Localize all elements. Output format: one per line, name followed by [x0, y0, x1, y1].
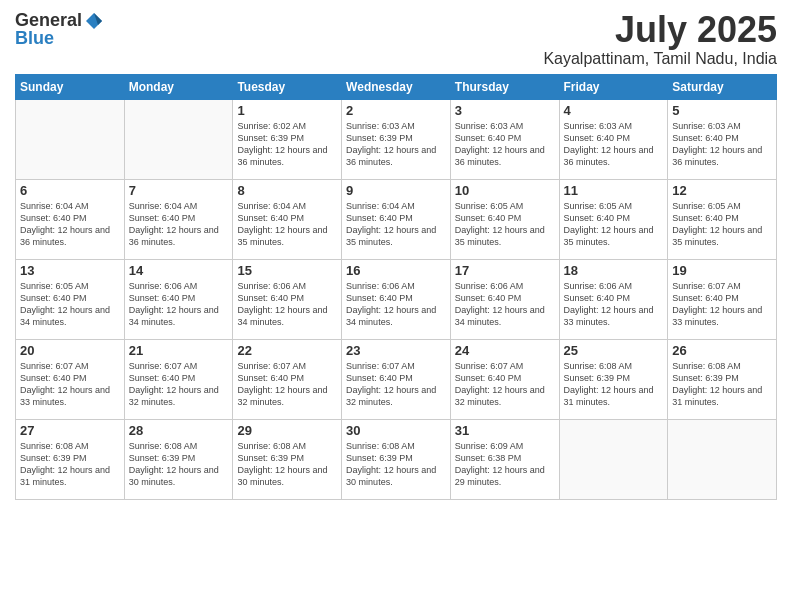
col-header-thursday: Thursday [450, 74, 559, 99]
calendar-cell: 2Sunrise: 6:03 AM Sunset: 6:39 PM Daylig… [342, 99, 451, 179]
day-info: Sunrise: 6:02 AM Sunset: 6:39 PM Dayligh… [237, 120, 337, 169]
calendar-cell: 1Sunrise: 6:02 AM Sunset: 6:39 PM Daylig… [233, 99, 342, 179]
day-number: 15 [237, 263, 337, 278]
calendar-cell: 5Sunrise: 6:03 AM Sunset: 6:40 PM Daylig… [668, 99, 777, 179]
day-number: 18 [564, 263, 664, 278]
main-title: July 2025 [543, 10, 777, 50]
day-info: Sunrise: 6:08 AM Sunset: 6:39 PM Dayligh… [672, 360, 772, 409]
calendar-cell: 8Sunrise: 6:04 AM Sunset: 6:40 PM Daylig… [233, 179, 342, 259]
calendar-table: SundayMondayTuesdayWednesdayThursdayFrid… [15, 74, 777, 500]
day-info: Sunrise: 6:08 AM Sunset: 6:39 PM Dayligh… [237, 440, 337, 489]
calendar-cell: 26Sunrise: 6:08 AM Sunset: 6:39 PM Dayli… [668, 339, 777, 419]
logo: General Blue [15, 10, 104, 49]
day-number: 27 [20, 423, 120, 438]
day-number: 2 [346, 103, 446, 118]
day-number: 22 [237, 343, 337, 358]
calendar-cell [124, 99, 233, 179]
day-info: Sunrise: 6:04 AM Sunset: 6:40 PM Dayligh… [237, 200, 337, 249]
day-info: Sunrise: 6:07 AM Sunset: 6:40 PM Dayligh… [237, 360, 337, 409]
calendar-cell: 19Sunrise: 6:07 AM Sunset: 6:40 PM Dayli… [668, 259, 777, 339]
day-info: Sunrise: 6:03 AM Sunset: 6:39 PM Dayligh… [346, 120, 446, 169]
page-header: General Blue July 2025 Kayalpattinam, Ta… [15, 10, 777, 68]
day-number: 4 [564, 103, 664, 118]
day-number: 20 [20, 343, 120, 358]
calendar-cell: 13Sunrise: 6:05 AM Sunset: 6:40 PM Dayli… [16, 259, 125, 339]
day-info: Sunrise: 6:08 AM Sunset: 6:39 PM Dayligh… [20, 440, 120, 489]
day-number: 1 [237, 103, 337, 118]
day-number: 6 [20, 183, 120, 198]
col-header-sunday: Sunday [16, 74, 125, 99]
day-number: 17 [455, 263, 555, 278]
day-number: 10 [455, 183, 555, 198]
day-info: Sunrise: 6:06 AM Sunset: 6:40 PM Dayligh… [129, 280, 229, 329]
day-info: Sunrise: 6:05 AM Sunset: 6:40 PM Dayligh… [20, 280, 120, 329]
day-info: Sunrise: 6:07 AM Sunset: 6:40 PM Dayligh… [346, 360, 446, 409]
calendar-cell [668, 419, 777, 499]
calendar-cell: 4Sunrise: 6:03 AM Sunset: 6:40 PM Daylig… [559, 99, 668, 179]
calendar-cell: 11Sunrise: 6:05 AM Sunset: 6:40 PM Dayli… [559, 179, 668, 259]
day-info: Sunrise: 6:05 AM Sunset: 6:40 PM Dayligh… [564, 200, 664, 249]
day-number: 25 [564, 343, 664, 358]
day-info: Sunrise: 6:05 AM Sunset: 6:40 PM Dayligh… [672, 200, 772, 249]
day-info: Sunrise: 6:04 AM Sunset: 6:40 PM Dayligh… [346, 200, 446, 249]
calendar-cell: 9Sunrise: 6:04 AM Sunset: 6:40 PM Daylig… [342, 179, 451, 259]
day-info: Sunrise: 6:06 AM Sunset: 6:40 PM Dayligh… [346, 280, 446, 329]
day-number: 13 [20, 263, 120, 278]
calendar-cell: 22Sunrise: 6:07 AM Sunset: 6:40 PM Dayli… [233, 339, 342, 419]
day-info: Sunrise: 6:06 AM Sunset: 6:40 PM Dayligh… [237, 280, 337, 329]
calendar-cell: 31Sunrise: 6:09 AM Sunset: 6:38 PM Dayli… [450, 419, 559, 499]
col-header-friday: Friday [559, 74, 668, 99]
calendar-cell: 21Sunrise: 6:07 AM Sunset: 6:40 PM Dayli… [124, 339, 233, 419]
calendar-cell: 27Sunrise: 6:08 AM Sunset: 6:39 PM Dayli… [16, 419, 125, 499]
day-number: 9 [346, 183, 446, 198]
day-number: 24 [455, 343, 555, 358]
calendar-cell: 15Sunrise: 6:06 AM Sunset: 6:40 PM Dayli… [233, 259, 342, 339]
day-number: 11 [564, 183, 664, 198]
day-info: Sunrise: 6:09 AM Sunset: 6:38 PM Dayligh… [455, 440, 555, 489]
day-number: 21 [129, 343, 229, 358]
day-info: Sunrise: 6:06 AM Sunset: 6:40 PM Dayligh… [455, 280, 555, 329]
calendar-cell: 6Sunrise: 6:04 AM Sunset: 6:40 PM Daylig… [16, 179, 125, 259]
day-info: Sunrise: 6:04 AM Sunset: 6:40 PM Dayligh… [129, 200, 229, 249]
day-info: Sunrise: 6:03 AM Sunset: 6:40 PM Dayligh… [564, 120, 664, 169]
calendar-cell: 20Sunrise: 6:07 AM Sunset: 6:40 PM Dayli… [16, 339, 125, 419]
day-info: Sunrise: 6:07 AM Sunset: 6:40 PM Dayligh… [129, 360, 229, 409]
day-number: 26 [672, 343, 772, 358]
day-number: 23 [346, 343, 446, 358]
logo-blue: Blue [15, 28, 104, 49]
day-info: Sunrise: 6:08 AM Sunset: 6:39 PM Dayligh… [129, 440, 229, 489]
subtitle: Kayalpattinam, Tamil Nadu, India [543, 50, 777, 68]
day-number: 5 [672, 103, 772, 118]
day-number: 31 [455, 423, 555, 438]
day-info: Sunrise: 6:03 AM Sunset: 6:40 PM Dayligh… [672, 120, 772, 169]
calendar-cell: 30Sunrise: 6:08 AM Sunset: 6:39 PM Dayli… [342, 419, 451, 499]
day-info: Sunrise: 6:07 AM Sunset: 6:40 PM Dayligh… [20, 360, 120, 409]
col-header-tuesday: Tuesday [233, 74, 342, 99]
calendar-cell: 12Sunrise: 6:05 AM Sunset: 6:40 PM Dayli… [668, 179, 777, 259]
calendar-cell: 29Sunrise: 6:08 AM Sunset: 6:39 PM Dayli… [233, 419, 342, 499]
calendar-cell: 24Sunrise: 6:07 AM Sunset: 6:40 PM Dayli… [450, 339, 559, 419]
col-header-monday: Monday [124, 74, 233, 99]
logo-icon [84, 11, 104, 31]
day-number: 28 [129, 423, 229, 438]
col-header-saturday: Saturday [668, 74, 777, 99]
day-number: 14 [129, 263, 229, 278]
day-info: Sunrise: 6:04 AM Sunset: 6:40 PM Dayligh… [20, 200, 120, 249]
calendar-cell: 14Sunrise: 6:06 AM Sunset: 6:40 PM Dayli… [124, 259, 233, 339]
day-info: Sunrise: 6:08 AM Sunset: 6:39 PM Dayligh… [564, 360, 664, 409]
day-info: Sunrise: 6:03 AM Sunset: 6:40 PM Dayligh… [455, 120, 555, 169]
calendar-cell: 18Sunrise: 6:06 AM Sunset: 6:40 PM Dayli… [559, 259, 668, 339]
day-number: 8 [237, 183, 337, 198]
calendar-cell: 3Sunrise: 6:03 AM Sunset: 6:40 PM Daylig… [450, 99, 559, 179]
calendar-cell [16, 99, 125, 179]
calendar-cell: 28Sunrise: 6:08 AM Sunset: 6:39 PM Dayli… [124, 419, 233, 499]
day-info: Sunrise: 6:06 AM Sunset: 6:40 PM Dayligh… [564, 280, 664, 329]
calendar-cell: 25Sunrise: 6:08 AM Sunset: 6:39 PM Dayli… [559, 339, 668, 419]
calendar-cell: 10Sunrise: 6:05 AM Sunset: 6:40 PM Dayli… [450, 179, 559, 259]
day-info: Sunrise: 6:07 AM Sunset: 6:40 PM Dayligh… [455, 360, 555, 409]
calendar-cell: 23Sunrise: 6:07 AM Sunset: 6:40 PM Dayli… [342, 339, 451, 419]
title-block: July 2025 Kayalpattinam, Tamil Nadu, Ind… [543, 10, 777, 68]
day-info: Sunrise: 6:08 AM Sunset: 6:39 PM Dayligh… [346, 440, 446, 489]
day-number: 16 [346, 263, 446, 278]
calendar-cell: 7Sunrise: 6:04 AM Sunset: 6:40 PM Daylig… [124, 179, 233, 259]
